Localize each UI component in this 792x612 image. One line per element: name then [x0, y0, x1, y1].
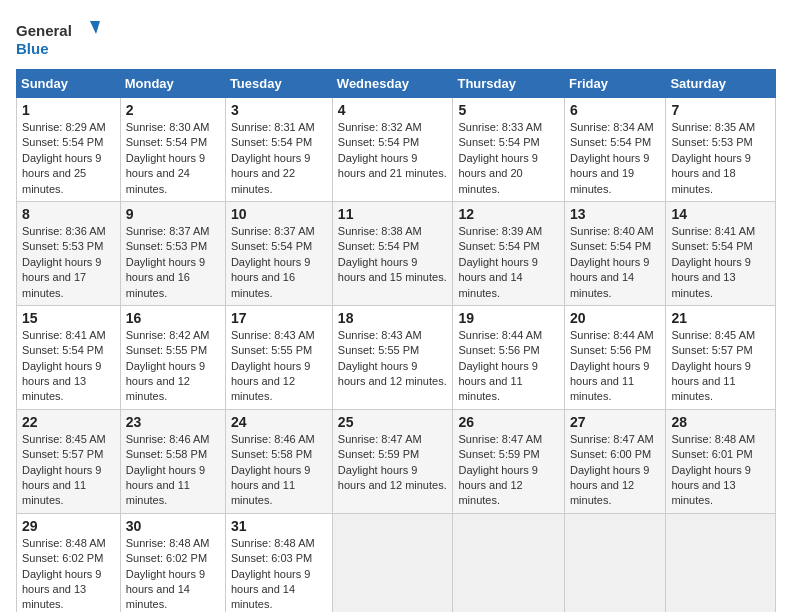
- day-cell: 7 Sunrise: 8:35 AM Sunset: 5:53 PM Dayli…: [666, 98, 776, 202]
- day-info: Sunrise: 8:37 AM Sunset: 5:53 PM Dayligh…: [126, 224, 220, 301]
- day-info: Sunrise: 8:36 AM Sunset: 5:53 PM Dayligh…: [22, 224, 115, 301]
- day-number: 30: [126, 518, 220, 534]
- day-cell: 8 Sunrise: 8:36 AM Sunset: 5:53 PM Dayli…: [17, 201, 121, 305]
- day-info: Sunrise: 8:42 AM Sunset: 5:55 PM Dayligh…: [126, 328, 220, 405]
- day-info: Sunrise: 8:44 AM Sunset: 5:56 PM Dayligh…: [570, 328, 660, 405]
- day-cell: 9 Sunrise: 8:37 AM Sunset: 5:53 PM Dayli…: [120, 201, 225, 305]
- day-cell: [666, 513, 776, 612]
- day-cell: 17 Sunrise: 8:43 AM Sunset: 5:55 PM Dayl…: [225, 305, 332, 409]
- day-cell: 22 Sunrise: 8:45 AM Sunset: 5:57 PM Dayl…: [17, 409, 121, 513]
- day-number: 1: [22, 102, 115, 118]
- day-number: 16: [126, 310, 220, 326]
- day-number: 9: [126, 206, 220, 222]
- day-info: Sunrise: 8:37 AM Sunset: 5:54 PM Dayligh…: [231, 224, 327, 301]
- day-info: Sunrise: 8:43 AM Sunset: 5:55 PM Dayligh…: [338, 328, 448, 390]
- day-info: Sunrise: 8:41 AM Sunset: 5:54 PM Dayligh…: [671, 224, 770, 301]
- day-info: Sunrise: 8:43 AM Sunset: 5:55 PM Dayligh…: [231, 328, 327, 405]
- day-number: 5: [458, 102, 559, 118]
- day-number: 21: [671, 310, 770, 326]
- day-number: 18: [338, 310, 448, 326]
- day-cell: 14 Sunrise: 8:41 AM Sunset: 5:54 PM Dayl…: [666, 201, 776, 305]
- day-info: Sunrise: 8:45 AM Sunset: 5:57 PM Dayligh…: [22, 432, 115, 509]
- day-number: 26: [458, 414, 559, 430]
- day-cell: 18 Sunrise: 8:43 AM Sunset: 5:55 PM Dayl…: [332, 305, 453, 409]
- header: General Blue: [16, 16, 776, 61]
- day-info: Sunrise: 8:38 AM Sunset: 5:54 PM Dayligh…: [338, 224, 448, 286]
- day-cell: 30 Sunrise: 8:48 AM Sunset: 6:02 PM Dayl…: [120, 513, 225, 612]
- day-cell: 4 Sunrise: 8:32 AM Sunset: 5:54 PM Dayli…: [332, 98, 453, 202]
- day-number: 29: [22, 518, 115, 534]
- day-cell: 28 Sunrise: 8:48 AM Sunset: 6:01 PM Dayl…: [666, 409, 776, 513]
- header-row: SundayMondayTuesdayWednesdayThursdayFrid…: [17, 70, 776, 98]
- day-number: 2: [126, 102, 220, 118]
- col-header-thursday: Thursday: [453, 70, 565, 98]
- day-info: Sunrise: 8:46 AM Sunset: 5:58 PM Dayligh…: [126, 432, 220, 509]
- day-cell: 23 Sunrise: 8:46 AM Sunset: 5:58 PM Dayl…: [120, 409, 225, 513]
- week-row-3: 15 Sunrise: 8:41 AM Sunset: 5:54 PM Dayl…: [17, 305, 776, 409]
- col-header-monday: Monday: [120, 70, 225, 98]
- day-cell: [453, 513, 565, 612]
- day-number: 31: [231, 518, 327, 534]
- day-number: 27: [570, 414, 660, 430]
- day-info: Sunrise: 8:31 AM Sunset: 5:54 PM Dayligh…: [231, 120, 327, 197]
- day-info: Sunrise: 8:47 AM Sunset: 5:59 PM Dayligh…: [338, 432, 448, 494]
- day-number: 13: [570, 206, 660, 222]
- day-cell: 2 Sunrise: 8:30 AM Sunset: 5:54 PM Dayli…: [120, 98, 225, 202]
- day-cell: 16 Sunrise: 8:42 AM Sunset: 5:55 PM Dayl…: [120, 305, 225, 409]
- col-header-tuesday: Tuesday: [225, 70, 332, 98]
- week-row-2: 8 Sunrise: 8:36 AM Sunset: 5:53 PM Dayli…: [17, 201, 776, 305]
- day-info: Sunrise: 8:48 AM Sunset: 6:03 PM Dayligh…: [231, 536, 327, 612]
- day-number: 23: [126, 414, 220, 430]
- svg-text:General: General: [16, 22, 72, 39]
- day-number: 11: [338, 206, 448, 222]
- day-cell: 3 Sunrise: 8:31 AM Sunset: 5:54 PM Dayli…: [225, 98, 332, 202]
- day-cell: 11 Sunrise: 8:38 AM Sunset: 5:54 PM Dayl…: [332, 201, 453, 305]
- day-info: Sunrise: 8:47 AM Sunset: 6:00 PM Dayligh…: [570, 432, 660, 509]
- day-number: 25: [338, 414, 448, 430]
- day-cell: 6 Sunrise: 8:34 AM Sunset: 5:54 PM Dayli…: [564, 98, 665, 202]
- day-info: Sunrise: 8:45 AM Sunset: 5:57 PM Dayligh…: [671, 328, 770, 405]
- day-info: Sunrise: 8:48 AM Sunset: 6:02 PM Dayligh…: [22, 536, 115, 612]
- day-info: Sunrise: 8:29 AM Sunset: 5:54 PM Dayligh…: [22, 120, 115, 197]
- day-info: Sunrise: 8:32 AM Sunset: 5:54 PM Dayligh…: [338, 120, 448, 182]
- col-header-saturday: Saturday: [666, 70, 776, 98]
- day-number: 14: [671, 206, 770, 222]
- day-cell: [564, 513, 665, 612]
- day-cell: 27 Sunrise: 8:47 AM Sunset: 6:00 PM Dayl…: [564, 409, 665, 513]
- day-cell: 19 Sunrise: 8:44 AM Sunset: 5:56 PM Dayl…: [453, 305, 565, 409]
- day-info: Sunrise: 8:40 AM Sunset: 5:54 PM Dayligh…: [570, 224, 660, 301]
- day-cell: 1 Sunrise: 8:29 AM Sunset: 5:54 PM Dayli…: [17, 98, 121, 202]
- day-number: 7: [671, 102, 770, 118]
- day-number: 10: [231, 206, 327, 222]
- col-header-friday: Friday: [564, 70, 665, 98]
- day-number: 8: [22, 206, 115, 222]
- day-info: Sunrise: 8:44 AM Sunset: 5:56 PM Dayligh…: [458, 328, 559, 405]
- col-header-wednesday: Wednesday: [332, 70, 453, 98]
- day-number: 3: [231, 102, 327, 118]
- day-info: Sunrise: 8:33 AM Sunset: 5:54 PM Dayligh…: [458, 120, 559, 197]
- day-info: Sunrise: 8:47 AM Sunset: 5:59 PM Dayligh…: [458, 432, 559, 509]
- day-info: Sunrise: 8:41 AM Sunset: 5:54 PM Dayligh…: [22, 328, 115, 405]
- day-cell: 13 Sunrise: 8:40 AM Sunset: 5:54 PM Dayl…: [564, 201, 665, 305]
- day-cell: 15 Sunrise: 8:41 AM Sunset: 5:54 PM Dayl…: [17, 305, 121, 409]
- logo: General Blue: [16, 16, 106, 61]
- day-cell: 24 Sunrise: 8:46 AM Sunset: 5:58 PM Dayl…: [225, 409, 332, 513]
- day-cell: 26 Sunrise: 8:47 AM Sunset: 5:59 PM Dayl…: [453, 409, 565, 513]
- day-number: 28: [671, 414, 770, 430]
- day-number: 17: [231, 310, 327, 326]
- day-info: Sunrise: 8:35 AM Sunset: 5:53 PM Dayligh…: [671, 120, 770, 197]
- day-cell: 31 Sunrise: 8:48 AM Sunset: 6:03 PM Dayl…: [225, 513, 332, 612]
- day-number: 4: [338, 102, 448, 118]
- day-cell: 21 Sunrise: 8:45 AM Sunset: 5:57 PM Dayl…: [666, 305, 776, 409]
- day-cell: 25 Sunrise: 8:47 AM Sunset: 5:59 PM Dayl…: [332, 409, 453, 513]
- day-cell: 5 Sunrise: 8:33 AM Sunset: 5:54 PM Dayli…: [453, 98, 565, 202]
- col-header-sunday: Sunday: [17, 70, 121, 98]
- week-row-1: 1 Sunrise: 8:29 AM Sunset: 5:54 PM Dayli…: [17, 98, 776, 202]
- day-cell: 29 Sunrise: 8:48 AM Sunset: 6:02 PM Dayl…: [17, 513, 121, 612]
- day-number: 6: [570, 102, 660, 118]
- day-number: 22: [22, 414, 115, 430]
- day-info: Sunrise: 8:30 AM Sunset: 5:54 PM Dayligh…: [126, 120, 220, 197]
- week-row-4: 22 Sunrise: 8:45 AM Sunset: 5:57 PM Dayl…: [17, 409, 776, 513]
- day-number: 24: [231, 414, 327, 430]
- logo-svg: General Blue: [16, 16, 106, 61]
